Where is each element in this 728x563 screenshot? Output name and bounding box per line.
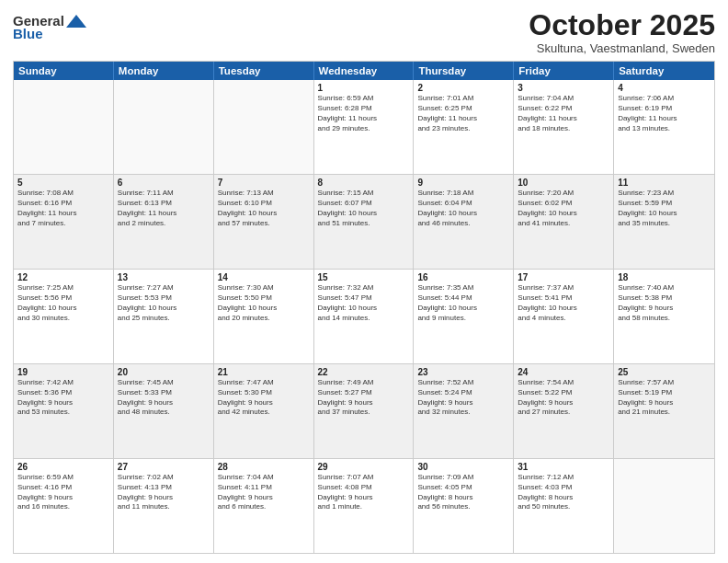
day-number: 16 — [417, 272, 509, 282]
weekday-header: Sunday — [14, 62, 114, 80]
day-info: Sunrise: 7:07 AM Sunset: 4:08 PM Dayligh… — [318, 473, 410, 512]
calendar-cell: 11Sunrise: 7:23 AM Sunset: 5:59 PM Dayli… — [614, 175, 714, 269]
calendar-cell: 22Sunrise: 7:49 AM Sunset: 5:27 PM Dayli… — [314, 364, 415, 458]
calendar-cell: 26Sunrise: 6:59 AM Sunset: 4:16 PM Dayli… — [14, 459, 114, 553]
weekday-header: Saturday — [614, 62, 714, 80]
day-info: Sunrise: 7:02 AM Sunset: 4:13 PM Dayligh… — [118, 473, 210, 512]
header: General Blue October 2025 Skultuna, Vaes… — [13, 9, 715, 55]
day-number: 26 — [17, 462, 109, 472]
calendar-cell: 23Sunrise: 7:52 AM Sunset: 5:24 PM Dayli… — [414, 364, 514, 458]
day-info: Sunrise: 7:35 AM Sunset: 5:44 PM Dayligh… — [417, 283, 509, 323]
day-info: Sunrise: 7:30 AM Sunset: 5:50 PM Dayligh… — [218, 283, 310, 323]
day-info: Sunrise: 7:01 AM Sunset: 6:25 PM Dayligh… — [417, 94, 509, 133]
calendar-week: 5Sunrise: 7:08 AM Sunset: 6:16 PM Daylig… — [14, 174, 714, 269]
calendar-cell — [614, 459, 714, 553]
day-info: Sunrise: 7:47 AM Sunset: 5:30 PM Dayligh… — [218, 378, 310, 418]
svg-marker-0 — [66, 15, 86, 28]
day-number: 27 — [118, 462, 210, 472]
day-number: 18 — [618, 272, 711, 282]
day-number: 17 — [518, 272, 609, 282]
calendar-cell: 19Sunrise: 7:42 AM Sunset: 5:36 PM Dayli… — [14, 364, 114, 458]
day-number: 13 — [118, 272, 210, 282]
calendar-body: 1Sunrise: 6:59 AM Sunset: 6:28 PM Daylig… — [14, 80, 714, 553]
day-number: 24 — [518, 367, 609, 377]
day-info: Sunrise: 7:45 AM Sunset: 5:33 PM Dayligh… — [118, 378, 210, 418]
day-number: 29 — [318, 462, 410, 472]
day-info: Sunrise: 7:08 AM Sunset: 6:16 PM Dayligh… — [17, 189, 109, 228]
calendar-cell: 10Sunrise: 7:20 AM Sunset: 6:02 PM Dayli… — [514, 175, 614, 269]
day-info: Sunrise: 7:52 AM Sunset: 5:24 PM Dayligh… — [417, 378, 509, 418]
logo: General Blue — [13, 13, 86, 41]
day-number: 5 — [17, 178, 109, 188]
day-number: 25 — [618, 367, 711, 377]
day-number: 20 — [118, 367, 210, 377]
day-number: 19 — [17, 367, 109, 377]
day-info: Sunrise: 7:37 AM Sunset: 5:41 PM Dayligh… — [518, 283, 609, 323]
calendar-cell: 4Sunrise: 7:06 AM Sunset: 6:19 PM Daylig… — [614, 80, 714, 174]
day-info: Sunrise: 7:18 AM Sunset: 6:04 PM Dayligh… — [417, 189, 509, 228]
calendar-cell: 30Sunrise: 7:09 AM Sunset: 4:05 PM Dayli… — [414, 459, 514, 553]
day-number: 9 — [417, 178, 509, 188]
day-number: 14 — [218, 272, 310, 282]
day-number: 23 — [417, 367, 509, 377]
day-info: Sunrise: 7:20 AM Sunset: 6:02 PM Dayligh… — [518, 189, 609, 228]
day-info: Sunrise: 7:54 AM Sunset: 5:22 PM Dayligh… — [518, 378, 609, 418]
day-info: Sunrise: 6:59 AM Sunset: 4:16 PM Dayligh… — [17, 473, 109, 512]
day-info: Sunrise: 7:04 AM Sunset: 6:22 PM Dayligh… — [518, 94, 609, 133]
calendar-cell: 2Sunrise: 7:01 AM Sunset: 6:25 PM Daylig… — [414, 80, 514, 174]
location: Skultuna, Vaestmanland, Sweden — [529, 41, 715, 55]
day-info: Sunrise: 6:59 AM Sunset: 6:28 PM Dayligh… — [318, 94, 410, 133]
calendar-cell: 29Sunrise: 7:07 AM Sunset: 4:08 PM Dayli… — [314, 459, 415, 553]
title-block: October 2025 Skultuna, Vaestmanland, Swe… — [529, 9, 715, 55]
day-info: Sunrise: 7:15 AM Sunset: 6:07 PM Dayligh… — [318, 189, 410, 228]
calendar-header: SundayMondayTuesdayWednesdayThursdayFrid… — [14, 62, 714, 80]
calendar-week: 19Sunrise: 7:42 AM Sunset: 5:36 PM Dayli… — [14, 363, 714, 458]
calendar-cell — [14, 80, 114, 174]
calendar-week: 26Sunrise: 6:59 AM Sunset: 4:16 PM Dayli… — [14, 458, 714, 553]
calendar-cell: 5Sunrise: 7:08 AM Sunset: 6:16 PM Daylig… — [14, 175, 114, 269]
day-info: Sunrise: 7:23 AM Sunset: 5:59 PM Dayligh… — [618, 189, 711, 228]
day-number: 12 — [17, 272, 109, 282]
logo-blue: Blue — [13, 26, 43, 41]
calendar-cell: 13Sunrise: 7:27 AM Sunset: 5:53 PM Dayli… — [114, 270, 214, 363]
day-number: 8 — [318, 178, 410, 188]
calendar-cell: 24Sunrise: 7:54 AM Sunset: 5:22 PM Dayli… — [514, 364, 614, 458]
day-number: 4 — [618, 83, 711, 93]
day-number: 30 — [417, 462, 509, 472]
calendar-cell — [214, 80, 314, 174]
day-number: 3 — [518, 83, 609, 93]
day-info: Sunrise: 7:12 AM Sunset: 4:03 PM Dayligh… — [518, 473, 609, 512]
calendar-cell: 1Sunrise: 6:59 AM Sunset: 6:28 PM Daylig… — [314, 80, 415, 174]
day-number: 6 — [118, 178, 210, 188]
calendar-cell: 25Sunrise: 7:57 AM Sunset: 5:19 PM Dayli… — [614, 364, 714, 458]
weekday-header: Wednesday — [314, 62, 415, 80]
calendar-cell: 28Sunrise: 7:04 AM Sunset: 4:11 PM Dayli… — [214, 459, 314, 553]
weekday-header: Monday — [114, 62, 214, 80]
day-number: 2 — [417, 83, 509, 93]
calendar-cell: 6Sunrise: 7:11 AM Sunset: 6:13 PM Daylig… — [114, 175, 214, 269]
day-info: Sunrise: 7:49 AM Sunset: 5:27 PM Dayligh… — [318, 378, 410, 418]
day-number: 10 — [518, 178, 609, 188]
calendar-cell: 18Sunrise: 7:40 AM Sunset: 5:38 PM Dayli… — [614, 270, 714, 363]
day-info: Sunrise: 7:27 AM Sunset: 5:53 PM Dayligh… — [118, 283, 210, 323]
weekday-header: Tuesday — [214, 62, 314, 80]
day-info: Sunrise: 7:09 AM Sunset: 4:05 PM Dayligh… — [417, 473, 509, 512]
day-number: 15 — [318, 272, 410, 282]
day-number: 7 — [218, 178, 310, 188]
calendar-cell: 3Sunrise: 7:04 AM Sunset: 6:22 PM Daylig… — [514, 80, 614, 174]
day-info: Sunrise: 7:06 AM Sunset: 6:19 PM Dayligh… — [618, 94, 711, 133]
day-number: 28 — [218, 462, 310, 472]
calendar-cell: 14Sunrise: 7:30 AM Sunset: 5:50 PM Dayli… — [214, 270, 314, 363]
day-info: Sunrise: 7:13 AM Sunset: 6:10 PM Dayligh… — [218, 189, 310, 228]
calendar-cell: 9Sunrise: 7:18 AM Sunset: 6:04 PM Daylig… — [414, 175, 514, 269]
month-title: October 2025 — [529, 9, 715, 41]
calendar-cell: 20Sunrise: 7:45 AM Sunset: 5:33 PM Dayli… — [114, 364, 214, 458]
day-info: Sunrise: 7:25 AM Sunset: 5:56 PM Dayligh… — [17, 283, 109, 323]
calendar-cell: 7Sunrise: 7:13 AM Sunset: 6:10 PM Daylig… — [214, 175, 314, 269]
calendar-cell: 16Sunrise: 7:35 AM Sunset: 5:44 PM Dayli… — [414, 270, 514, 363]
calendar-cell: 15Sunrise: 7:32 AM Sunset: 5:47 PM Dayli… — [314, 270, 415, 363]
day-number: 1 — [318, 83, 410, 93]
calendar: SundayMondayTuesdayWednesdayThursdayFrid… — [13, 61, 715, 554]
calendar-cell: 27Sunrise: 7:02 AM Sunset: 4:13 PM Dayli… — [114, 459, 214, 553]
day-number: 21 — [218, 367, 310, 377]
